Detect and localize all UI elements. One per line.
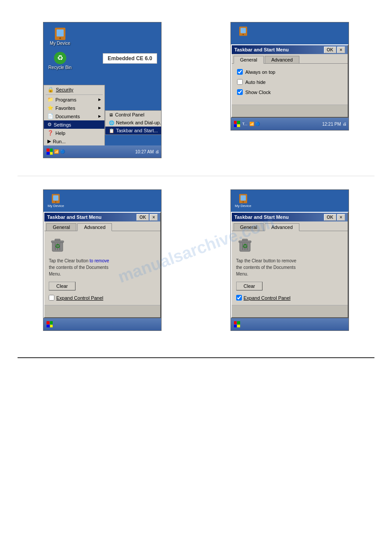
settings-submenu: 🖥 Control Panel 🌐 Network and Dial-up...… [105,110,162,135]
taskbar-4 [231,318,349,330]
start-button-1[interactable] [45,147,54,156]
screen3-clear-button[interactable]: Clear [49,282,75,290]
favorites-icon: ⭐ [47,105,54,111]
taskbar-2: T... 📶 🔵 12:21 PM 🖨 [231,118,349,130]
screen3-panel: My Device Taskbar and Start Menu OK × Ge… [43,189,162,331]
svg-rect-19 [241,196,246,201]
screen4-close-button[interactable]: × [337,214,345,221]
help-label: Help [55,131,65,136]
checkbox-show-clock[interactable]: Show Clock [237,89,342,95]
menu-item-run[interactable]: ▶ Run... [44,137,104,145]
screen2-title: Taskbar and Start Menu [234,47,324,52]
documents-icon: 📄 [47,113,54,119]
svg-text:♻: ♻ [55,243,61,250]
menu-item-help[interactable]: ❓ Help [44,129,104,137]
section-divider [18,176,374,176]
taskbar-submenu-icon: 📋 [109,128,114,133]
programs-arrow: ▶ [98,98,101,102]
settings-icon: ⚙ [47,122,52,127]
taskbar-3 [43,318,161,330]
security-icon: 🔒 [47,87,54,93]
screen3-tab-general[interactable]: General [46,223,76,231]
screen3-description: Tap the Clear button to remove the conte… [49,258,156,277]
checkbox-auto-hide[interactable]: Auto hide [237,79,342,85]
checkbox-always-on-top[interactable]: Always on top [237,69,342,75]
screen4-footer [232,305,348,317]
svg-point-7 [242,34,244,35]
screen4-expand-row[interactable]: Expand Control Panel [236,295,343,301]
screen3-expand-row[interactable]: Expand Control Panel [49,295,156,301]
favorites-label: Favorites [55,105,75,111]
tab-advanced[interactable]: Advanced [265,56,299,63]
screen4-ok-button[interactable]: OK [324,214,336,221]
control-panel-label: Control Panel [115,112,144,117]
recycle-bin-label: Recycle Bin [48,65,72,70]
screen4-tab-advanced[interactable]: Advanced [265,223,299,231]
screen3-expand-checkbox[interactable] [49,295,54,301]
taskbar-1-time: 10:27 AM [135,149,154,154]
tab-general[interactable]: General [234,56,264,64]
menu-separator-1 [46,94,103,95]
network-label: Network and Dial-up... [116,120,162,125]
svg-rect-1 [57,29,64,36]
svg-rect-23 [242,239,248,241]
screen2-tab-content: Always on top Auto hide Show Clock [232,64,348,105]
screen4-description: Tap the Clear button to remove the conte… [236,258,343,277]
svg-point-20 [242,201,244,203]
taskbar-2-time: 12:21 PM [322,122,341,127]
svg-rect-6 [241,28,246,33]
ce-version-label: Embedded CE 6.0 [103,53,157,64]
show-clock-checkbox[interactable] [237,89,243,95]
screen3-content: ♻ Tap the Clear button to remove the con… [44,231,160,305]
always-on-top-checkbox[interactable] [237,69,243,75]
screen2-dialog: Taskbar and Start Menu OK × General Adva… [231,44,349,118]
my-device-icon[interactable]: My Device [48,27,72,46]
device-icon [53,27,67,41]
screen2-close-button[interactable]: × [337,47,345,53]
screen4-trash-icon: ♻ [236,236,343,254]
screen2-titlebar: Taskbar and Start Menu OK × [232,45,348,54]
svg-point-2 [59,37,61,39]
show-clock-label: Show Clock [245,90,271,95]
start-button-4[interactable] [233,320,241,329]
taskbar-1: 📶 🔵 10:27 AM 🖨 [43,145,161,158]
bottom-rule [18,357,374,358]
submenu-taskbar[interactable]: 📋 Taskbar and Start... [105,127,162,134]
network-icon: 🌐 [109,120,114,125]
submenu-network[interactable]: 🌐 Network and Dial-up... [105,119,162,127]
start-menu: 🔒 Security 📁 Programs ▶ ⭐ Favorites ▶ [43,85,105,145]
screen3-ok-button[interactable]: OK [137,214,149,221]
screen4-tabs: General Advanced [232,221,348,231]
menu-item-security[interactable]: 🔒 Security [44,85,104,94]
programs-icon: 📁 [47,97,54,102]
start-button-3[interactable] [45,320,54,329]
recycle-bin-icon[interactable]: ♻ Recycle Bin [48,51,72,70]
menu-item-programs[interactable]: 📁 Programs ▶ [44,95,104,104]
screen3-desktop-bg: My Device [43,190,161,212]
submenu-control-panel[interactable]: 🖥 Control Panel [105,111,162,119]
screen4-titlebar: Taskbar and Start Menu OK × [232,213,348,221]
svg-text:♻: ♻ [242,243,248,250]
control-panel-icon: 🖥 [109,112,113,117]
help-icon: ❓ [47,130,54,136]
screen2-ok-button[interactable]: OK [324,47,336,53]
auto-hide-label: Auto hide [245,80,266,85]
menu-item-settings[interactable]: ⚙ Settings [44,120,104,129]
security-label: Security [56,87,73,92]
menu-item-favorites[interactable]: ⭐ Favorites ▶ [44,104,104,112]
screen4-clear-button[interactable]: Clear [236,282,263,290]
svg-text:♻: ♻ [57,54,63,62]
screen3-title: Taskbar and Start Menu [47,214,137,220]
screen2-tabs: General Advanced [232,54,348,64]
screen3-expand-label: Expand Control Panel [56,295,103,301]
start-button-2[interactable] [233,120,241,128]
my-device-label: My Device [50,41,70,46]
menu-item-documents[interactable]: 📄 Documents ▶ [44,112,104,120]
run-label: Run... [53,139,65,144]
screen3-close-button[interactable]: × [150,214,158,221]
auto-hide-checkbox[interactable] [237,79,243,85]
screen4-tab-general[interactable]: General [234,223,264,231]
screen4-desktop-bg: My Device [231,190,349,212]
screen4-expand-checkbox[interactable] [236,295,242,301]
screen3-tab-advanced[interactable]: Advanced [77,223,112,231]
